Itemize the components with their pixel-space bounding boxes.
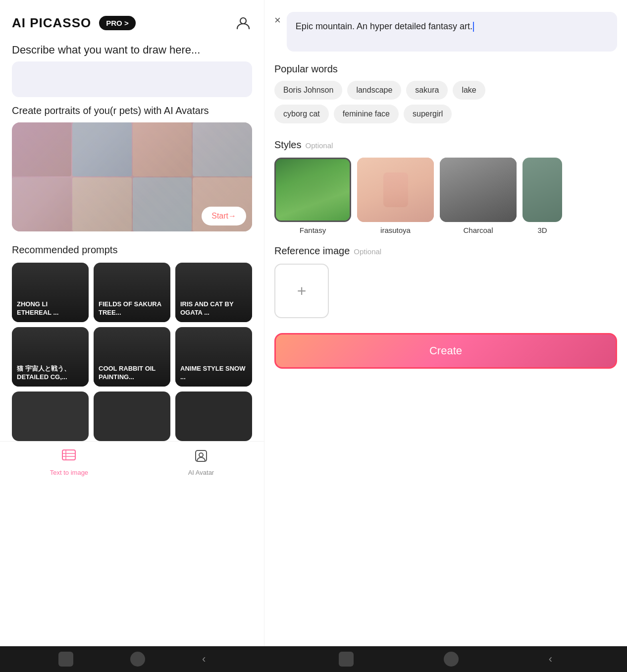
style-item-fantasy[interactable]: Fantasy	[274, 158, 351, 234]
ref-image-header: Reference image Optional	[274, 245, 617, 257]
text-to-image-label: Text to image	[50, 469, 88, 476]
left-panel: AI PICASSO PRO > Describe what you want …	[0, 0, 264, 646]
pro-badge[interactable]: PRO >	[99, 16, 135, 30]
prompts-partial-grid	[12, 392, 252, 441]
describe-input[interactable]	[12, 61, 252, 97]
style-thumb-fantasy	[274, 158, 351, 222]
popular-words-title: Popular words	[274, 63, 617, 75]
recommended-title: Recommended prompts	[12, 244, 252, 256]
styles-grid: Fantasy irasutoya	[274, 158, 617, 234]
svg-rect-1	[62, 450, 75, 460]
system-bar-right: ‹	[264, 646, 627, 672]
style-item-irasutoya[interactable]: irasutoya	[357, 158, 434, 234]
style-label-irasutoya: irasutoya	[380, 226, 411, 234]
sys-btn-circle-1[interactable]	[130, 652, 145, 667]
prompt-area: × Epic mountain. An hyper detailed fanta…	[264, 0, 627, 59]
styles-title: Styles	[274, 139, 301, 151]
user-icon[interactable]	[234, 14, 252, 32]
prompt-card[interactable]: COOL RABBIT OIL PAINTING...	[94, 327, 170, 387]
tag-landscape[interactable]: landscape	[347, 81, 401, 100]
text-cursor	[473, 22, 474, 32]
sys-back-chevron-2[interactable]: ‹	[549, 653, 552, 666]
sys-back-chevron-1[interactable]: ‹	[202, 653, 206, 666]
style-item-3d[interactable]: 3D	[522, 158, 562, 234]
prompt-card[interactable]: 猫 宇宙人と戦う、DETAILED CG,...	[12, 327, 89, 387]
prompts-grid: ZHONG LI ETHEREAL ... FIELDS OF SAKURA T…	[12, 263, 252, 387]
system-bars: ‹ ‹	[0, 646, 627, 672]
ai-avatars-image[interactable]: Start→	[12, 122, 252, 231]
style-item-charcoal[interactable]: Charcoal	[440, 158, 517, 234]
ref-image-optional-label: Optional	[354, 247, 381, 256]
create-button[interactable]: Create	[274, 333, 617, 369]
sys-btn-square-1[interactable]	[58, 652, 73, 667]
prompt-text: Epic mountain. An hyper detailed fantasy…	[296, 21, 472, 31]
ai-avatar-label: AI Avatar	[188, 469, 214, 476]
prompt-input[interactable]: Epic mountain. An hyper detailed fantasy…	[287, 12, 617, 52]
nav-text-to-image[interactable]: Text to image	[50, 448, 88, 476]
styles-section: Styles Optional Fantasy	[264, 135, 627, 241]
tag-supergirl[interactable]: supergirl	[404, 105, 452, 123]
tags-row-2: cyborg cat feminine face supergirl	[274, 105, 617, 123]
tag-sakura[interactable]: sakura	[406, 81, 448, 100]
recommended-section: Recommended prompts ZHONG LI ETHEREAL ..…	[0, 236, 264, 441]
style-thumb-charcoal	[440, 158, 517, 222]
tag-boris-johnson[interactable]: Boris Johnson	[274, 81, 342, 100]
ref-image-section: Reference image Optional +	[264, 241, 627, 325]
prompt-card[interactable]: FIELDS OF SAKURA TREE...	[94, 263, 170, 322]
system-bar-left: ‹	[0, 646, 264, 672]
text-to-image-icon	[61, 448, 77, 467]
close-button[interactable]: ×	[274, 14, 281, 27]
svg-point-6	[199, 453, 203, 457]
app-logo: AI PICASSO	[12, 15, 91, 31]
tag-cyborg-cat[interactable]: cyborg cat	[274, 105, 329, 123]
header: AI PICASSO PRO >	[0, 0, 264, 40]
prompt-card[interactable]: ANIME STYLE SNOW ...	[175, 327, 252, 387]
style-label-charcoal: Charcoal	[463, 226, 493, 234]
ai-avatars-title: Create portraits of you(r pets) with AI …	[12, 105, 252, 116]
style-thumb-3d	[522, 158, 562, 222]
ref-image-plus-icon: +	[297, 282, 307, 300]
prompt-card-partial[interactable]	[175, 392, 252, 441]
describe-label: Describe what you want to draw here...	[0, 40, 264, 61]
start-button[interactable]: Start→	[202, 207, 246, 225]
prompt-card-partial[interactable]	[12, 392, 89, 441]
styles-optional-label: Optional	[305, 141, 333, 150]
nav-ai-avatar[interactable]: AI Avatar	[188, 448, 214, 476]
tag-feminine-face[interactable]: feminine face	[334, 105, 399, 123]
styles-header: Styles Optional	[274, 139, 617, 151]
tags-row-1: Boris Johnson landscape sakura lake	[274, 81, 617, 100]
svg-point-0	[240, 18, 246, 24]
style-label-fantasy: Fantasy	[300, 226, 326, 234]
style-thumb-irasutoya	[357, 158, 434, 222]
ref-image-upload[interactable]: +	[274, 264, 329, 318]
bottom-nav-left: Text to image AI Avatar	[0, 441, 264, 480]
prompt-card[interactable]: ZHONG LI ETHEREAL ...	[12, 263, 89, 322]
sys-btn-circle-2[interactable]	[444, 652, 459, 667]
ref-image-title: Reference image	[274, 245, 350, 257]
prompt-card[interactable]: IRIS AND CAT BY OGATA ...	[175, 263, 252, 322]
right-panel: × Epic mountain. An hyper detailed fanta…	[264, 0, 627, 646]
ai-avatars-section: Create portraits of you(r pets) with AI …	[0, 105, 264, 236]
ai-avatar-icon	[193, 448, 209, 467]
sys-btn-square-2[interactable]	[339, 652, 354, 667]
tag-lake[interactable]: lake	[453, 81, 485, 100]
prompt-card-partial[interactable]	[94, 392, 170, 441]
popular-words-section: Popular words Boris Johnson landscape sa…	[264, 59, 627, 135]
style-label-3d: 3D	[537, 226, 547, 234]
